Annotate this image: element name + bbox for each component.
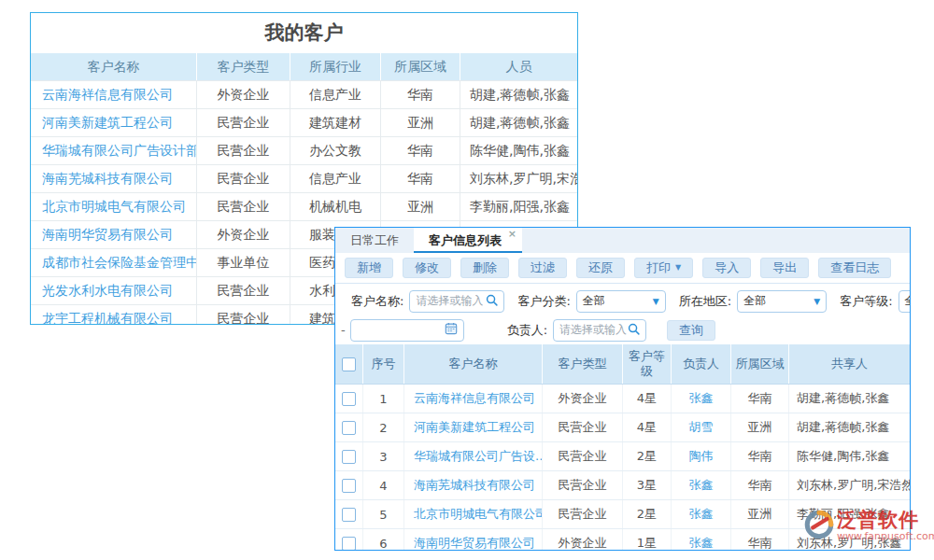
table-row: 海南芜城科技有限公司民营企业信息产业华南刘东林,罗广明,宋浩然,张鑫 xyxy=(31,164,577,192)
leader-link[interactable]: 陶伟 xyxy=(672,442,731,470)
customer-type-cell: 民营企业 xyxy=(197,109,290,136)
shared-cell: 刘东林,罗广明,宋浩然,张鑫 xyxy=(789,471,910,499)
customer-name-link[interactable]: 海南芜城科技有限公司 xyxy=(31,165,197,192)
level-select[interactable]: 全部 ▼ xyxy=(899,290,911,313)
add-button[interactable]: 新增 xyxy=(345,258,393,278)
search-icon[interactable] xyxy=(628,323,640,338)
row-number-cell: 6 xyxy=(363,529,404,551)
customer-name-link[interactable]: 云南海祥信息有限公司 xyxy=(31,81,197,108)
customer-name-link[interactable]: 海南芜城科技有限公司 xyxy=(404,471,543,499)
watermark-url: www.fanpusoft.com xyxy=(837,531,934,542)
customer-name-link[interactable]: 云南海祥信息有限公司 xyxy=(404,385,543,413)
import-button[interactable]: 导入 xyxy=(702,258,751,278)
customer-name-link[interactable]: 河南美新建筑工程公司 xyxy=(404,413,543,441)
category-select[interactable]: 全部 ▼ xyxy=(576,290,666,313)
table-row: 河南美新建筑工程公司民营企业建筑建材亚洲胡建,蒋德帧,张鑫 xyxy=(31,108,577,136)
customer-name-link[interactable]: 华瑞城有限公司广告设计部 xyxy=(31,137,197,164)
customer-name-link[interactable]: 龙宇工程机械有限公司 xyxy=(31,305,197,325)
leader-input[interactable]: 请选择或输入 xyxy=(553,319,646,342)
leader-link[interactable]: 胡雪 xyxy=(672,413,731,441)
industry-cell: 信息产业 xyxy=(290,165,381,192)
region-cell: 亚洲 xyxy=(731,500,789,528)
area-select[interactable]: 全部 ▼ xyxy=(737,290,827,313)
print-button[interactable]: 打印▼ xyxy=(634,258,693,278)
customer-type-cell: 民营企业 xyxy=(543,500,623,528)
customer-name-link[interactable]: 华瑞城有限公司广告设... xyxy=(404,442,543,470)
checkbox-cell xyxy=(335,413,363,441)
category-filter-label: 客户分类: xyxy=(517,293,570,310)
customer-type-cell: 民营企业 xyxy=(197,193,290,220)
list-header: 序号 客户名称 客户类型 客户等级 负责人 所属区域 共享人 xyxy=(335,344,910,385)
restore-button[interactable]: 还原 xyxy=(576,258,625,278)
date-input[interactable] xyxy=(350,319,464,342)
customer-type-cell: 民营企业 xyxy=(197,137,290,164)
page-title: 我的客户 xyxy=(31,13,577,53)
close-icon[interactable]: × xyxy=(508,228,517,241)
customer-name-link[interactable]: 海南明华贸易有限公司 xyxy=(31,221,197,248)
table-row: 云南海祥信息有限公司外资企业信息产业华南胡建,蒋德帧,张鑫 xyxy=(31,80,577,108)
export-button[interactable]: 导出 xyxy=(760,258,809,278)
delete-button[interactable]: 删除 xyxy=(460,258,509,278)
customer-type-cell: 外资企业 xyxy=(197,221,290,248)
leader-link[interactable]: 张鑫 xyxy=(672,471,731,499)
customer-name-link[interactable]: 成都市社会保险基金管理中心 xyxy=(31,249,197,276)
industry-cell: 建筑建材 xyxy=(290,109,381,136)
leader-link[interactable]: 张鑫 xyxy=(672,500,731,528)
filter-button[interactable]: 过滤 xyxy=(518,258,567,278)
region-cell: 华南 xyxy=(381,165,460,192)
customer-type-cell: 民营企业 xyxy=(543,413,623,441)
leader-link[interactable]: 张鑫 xyxy=(672,385,731,413)
column-header-leader: 负责人 xyxy=(672,344,731,384)
region-cell: 华南 xyxy=(731,529,789,551)
column-header-region: 所属区域 xyxy=(731,344,789,384)
tab-daily-work[interactable]: 日常工作 xyxy=(335,228,414,253)
customer-name-input[interactable]: 请选择或输入 xyxy=(409,290,504,313)
row-checkbox[interactable] xyxy=(342,421,356,435)
search-icon[interactable] xyxy=(486,294,498,309)
query-button[interactable]: 查询 xyxy=(667,320,715,341)
row-checkbox[interactable] xyxy=(342,537,356,551)
view-log-button[interactable]: 查看日志 xyxy=(818,258,891,278)
customer-name-link[interactable]: 光发水利水电有限公司 xyxy=(31,277,197,304)
area-value: 全部 xyxy=(743,293,766,309)
checkbox-cell xyxy=(335,471,363,499)
table-row: 1云南海祥信息有限公司外资企业4星张鑫华南胡建,蒋德帧,张鑫 xyxy=(335,385,910,413)
level-cell: 2星 xyxy=(623,500,672,528)
customer-type-cell: 民营企业 xyxy=(543,471,623,499)
select-all-checkbox[interactable] xyxy=(342,357,356,371)
customer-name-link[interactable]: 河南美新建筑工程公司 xyxy=(31,109,197,136)
row-checkbox[interactable] xyxy=(342,450,356,464)
customer-name-link[interactable]: 北京市明城电气有限公司 xyxy=(404,500,543,528)
my-customers-header: 客户名称 客户类型 所属行业 所属区域 人员 xyxy=(31,53,577,80)
caret-down-icon: ▼ xyxy=(814,297,820,306)
tab-bar: 日常工作 客户信息列表 × xyxy=(335,228,910,253)
modify-button[interactable]: 修改 xyxy=(403,258,451,278)
personnel-cell: 陈华健,陶伟,张鑫 xyxy=(460,137,577,164)
shared-cell: 胡建,蒋德帧,张鑫 xyxy=(789,385,910,413)
shared-cell: 陈华健,陶伟,张鑫 xyxy=(789,442,910,470)
checkbox-cell xyxy=(335,385,363,413)
customer-type-cell: 外资企业 xyxy=(543,385,623,413)
region-cell: 亚洲 xyxy=(381,109,460,136)
region-cell: 华南 xyxy=(381,137,460,164)
level-cell: 2星 xyxy=(623,442,672,470)
customer-type-cell: 民营企业 xyxy=(197,277,290,304)
row-checkbox[interactable] xyxy=(342,508,356,522)
personnel-cell: 胡建,蒋德帧,张鑫 xyxy=(460,109,577,136)
column-header-shared: 共享人 xyxy=(789,344,910,384)
tab-customer-info-list[interactable]: 客户信息列表 × xyxy=(414,228,522,253)
row-checkbox[interactable] xyxy=(342,392,356,406)
row-checkbox[interactable] xyxy=(342,479,356,493)
leader-link[interactable]: 张鑫 xyxy=(672,529,731,551)
customer-name-link[interactable]: 海南明华贸易有限公司 xyxy=(404,529,543,551)
calendar-icon[interactable] xyxy=(445,322,458,338)
watermark-brand: 泛普软件 xyxy=(837,509,934,531)
customer-type-cell: 事业单位 xyxy=(197,249,290,276)
customer-type-cell: 民营企业 xyxy=(197,305,290,325)
customer-type-cell: 外资企业 xyxy=(543,529,623,551)
checkbox-cell xyxy=(335,529,363,551)
customer-info-panel: 日常工作 客户信息列表 × 新增修改删除过滤还原打印▼导入导出查看日志 客户名称… xyxy=(334,227,911,551)
row-number-cell: 1 xyxy=(363,385,404,413)
date-range-separator: - xyxy=(341,323,346,337)
customer-name-link[interactable]: 北京市明城电气有限公司 xyxy=(31,193,197,220)
